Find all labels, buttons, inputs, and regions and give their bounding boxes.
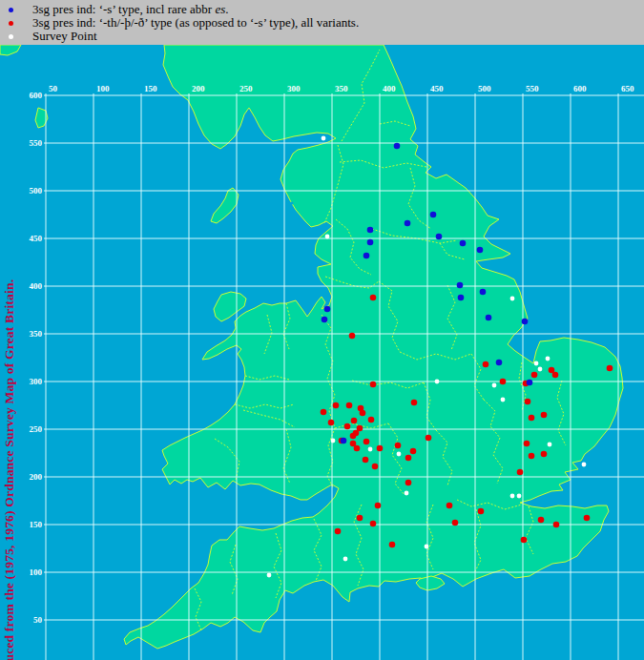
th-type-dot (500, 379, 507, 385)
th-type-dot (333, 402, 340, 409)
s-type-dot (324, 306, 331, 313)
th-type-dot (410, 448, 417, 455)
th-type-dot (370, 382, 377, 388)
th-type-dot-icon (9, 21, 13, 26)
coast-great-britain (124, 45, 623, 649)
axis-label-top: 500 (478, 84, 491, 93)
th-type-dot (478, 508, 485, 515)
survey-point-dot (538, 367, 543, 372)
survey-point-dot (492, 383, 497, 388)
axis-label-left: 600 (30, 91, 43, 100)
th-type-dot (368, 417, 375, 423)
th-type-dot (328, 420, 335, 426)
th-type-dot (335, 528, 342, 535)
sidebar-attribution-text: Reproduced from the (1975, 1976) Ordnanc… (2, 213, 20, 660)
survey-point-dot (582, 463, 587, 467)
s-type-dot (436, 234, 443, 240)
axis-label-top: 550 (526, 84, 539, 93)
s-type-dot (364, 253, 370, 259)
th-type-dot (364, 439, 370, 445)
th-type-dot (525, 399, 531, 405)
th-type-dot (552, 372, 559, 379)
s-type-dot (457, 282, 464, 289)
th-type-dot (607, 365, 613, 372)
s-type-dot (527, 380, 533, 386)
axis-label-left: 550 (30, 138, 43, 148)
survey-point-dot (405, 491, 409, 496)
th-type-dot (524, 441, 530, 447)
axis-label-top: 300 (287, 84, 301, 93)
th-type-dot (389, 542, 396, 548)
th-type-dot (357, 515, 364, 522)
map-container: 5010015020025030035040045050055060065060… (0, 45, 644, 660)
th-type-dot (541, 451, 548, 458)
axis-label-top: 100 (96, 84, 110, 93)
th-type-dot (521, 537, 528, 544)
axis-label-top: 600 (573, 84, 587, 93)
axis-label-left: 200 (30, 472, 43, 482)
th-type-dot (370, 295, 377, 301)
th-type-dot (531, 372, 538, 379)
th-type-dot (405, 455, 412, 462)
survey-point-dot (322, 136, 326, 141)
th-type-dot (405, 480, 412, 486)
th-type-dot (377, 445, 384, 452)
s-type-dot (522, 319, 529, 325)
s-type-dot (496, 360, 503, 366)
th-type-dot (452, 520, 459, 526)
s-type-dot (477, 247, 484, 254)
legend-label-th-type: 3sg pres ind: ‘-th/-þ/-ð’ type (as oppos… (32, 16, 359, 30)
survey-point-dot (435, 380, 440, 384)
th-type-dot (363, 457, 369, 464)
axis-label-left: 250 (30, 424, 43, 434)
axis-label-left: 500 (30, 186, 43, 196)
th-type-dot (370, 521, 377, 527)
axis-label-left: 150 (30, 520, 43, 529)
th-type-dot (372, 464, 379, 470)
th-type-dot (411, 400, 418, 406)
th-type-dot (541, 412, 548, 419)
survey-point-dot (425, 545, 429, 549)
survey-point-dot (548, 443, 552, 447)
survey-point-dot (267, 573, 272, 578)
th-type-dot (346, 402, 353, 409)
survey-point-dot (368, 447, 373, 452)
survey-point-dot (331, 439, 336, 443)
s-type-dot (367, 227, 374, 234)
axis-label-left: 300 (30, 377, 43, 386)
lake (291, 202, 294, 205)
survey-point-dot (510, 297, 515, 301)
axis-label-left: 100 (30, 567, 43, 577)
coast-isle-of-man (211, 188, 239, 223)
axis-label-top: 450 (430, 84, 444, 93)
th-type-dot (344, 423, 351, 430)
th-type-dot (351, 418, 358, 424)
s-type-dot (367, 239, 374, 246)
th-type-dot (354, 445, 361, 452)
s-type-dot (430, 212, 437, 218)
s-type-dot-icon (9, 8, 13, 12)
map-svg: 5010015020025030035040045050055060065060… (0, 45, 644, 660)
survey-point-dot (325, 235, 330, 239)
th-type-dot (395, 443, 402, 449)
s-type-dot (480, 289, 487, 296)
th-type-dot (529, 415, 535, 422)
axis-label-top: 400 (383, 84, 396, 93)
axis-label-top: 50 (49, 84, 58, 93)
th-type-dot (483, 361, 489, 368)
legend-label-s-type: 3sg pres ind: ‘-s’ type, incl rare abbr … (32, 3, 229, 16)
legend: 3sg pres ind: ‘-s’ type, incl rare abbr … (0, 0, 644, 45)
th-type-dot (426, 435, 432, 442)
survey-point-dot-icon (9, 34, 13, 39)
survey-point-dot (534, 361, 539, 366)
s-type-dot (458, 295, 465, 301)
axis-label-top: 350 (335, 84, 348, 93)
axis-label-top: 250 (239, 84, 253, 93)
coast-top-left-patch (0, 45, 21, 55)
th-type-dot (375, 503, 382, 509)
survey-point-dot (510, 494, 515, 499)
s-type-dot (486, 315, 492, 321)
th-type-dot (349, 333, 356, 340)
th-type-dot (584, 515, 591, 522)
axis-label-top: 150 (144, 84, 157, 93)
